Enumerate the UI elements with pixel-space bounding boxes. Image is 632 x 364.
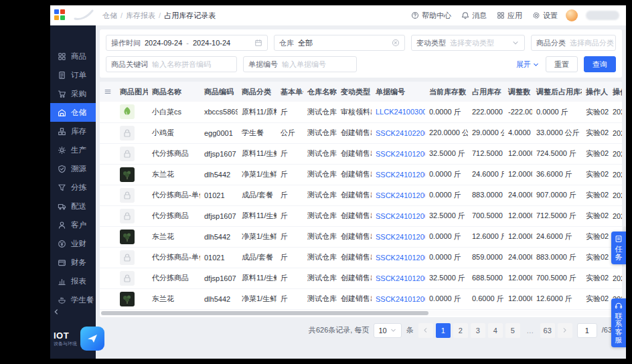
sidebar-item-sorting[interactable]: 分拣 [50,178,96,197]
cell-change-type: 创建销售出库 [337,143,372,164]
horizontal-scrollbar-thumb[interactable] [101,311,428,315]
cell-code: dlh5442 [200,226,238,247]
doc-no-link[interactable]: SSCK24101200001 [376,295,425,303]
sidebar-item-reports[interactable]: 报表 [50,272,96,290]
table-row: 小鸡蛋egg0001学生餐公斤测试仓库5创建销售出库SSCK2410220000… [100,122,622,143]
page-ellipsis: … [523,323,538,338]
sidebar-item-purchase[interactable]: 采购 [50,84,96,103]
category-select[interactable]: 商品分类 选择商品分类 [531,35,616,51]
sidebar-item-label: 订单 [71,70,86,80]
product-image[interactable] [120,104,135,119]
doc-no-link[interactable]: SSCK24101200002 [376,254,425,262]
task-float-button[interactable]: 任务 [611,232,626,264]
sidebar-item-orders[interactable]: 订单 [50,66,96,84]
sidebar-item-finance[interactable]: 财务 [50,253,96,272]
page-button-2[interactable]: 2 [453,323,468,338]
product-image[interactable] [120,188,135,203]
date-range-label: 操作时间 [111,38,141,48]
column-header-picture: 商品图片 [116,82,148,102]
column-header-category: 商品分类 [238,82,276,102]
next-page-button[interactable] [558,323,572,338]
doc-no-link[interactable]: SSCK24101200002 [376,274,425,282]
breadcrumb-item[interactable]: 库存报表 [126,11,155,21]
product-image[interactable] [120,271,135,286]
expand-toggle[interactable]: 展开 [516,60,540,70]
cell-change-type: 创建销售出库 [337,268,372,288]
sidebar-item-student-meal[interactable]: 学生餐 [50,290,96,309]
page-jump-input[interactable] [577,323,597,338]
column-header-time: 操作时间 [609,82,622,102]
iot-title: IOT [54,331,77,341]
clear-icon[interactable] [392,39,400,47]
table-card: 商品图片商品名称商品编码商品分类基本单位仓库名称变动类型单据编号当前库存数占用库… [100,82,622,317]
doc-no-link[interactable]: SSCK24101200003 [376,191,425,199]
logo-square-orange [54,15,59,20]
horizontal-scrollbar[interactable] [101,310,621,316]
search-button[interactable]: 查询 [584,56,616,72]
doc-no-input[interactable]: 单据编号 输入单据编号 [243,56,357,72]
cell-warehouse: 测试仓库5 [303,205,337,226]
apps-button[interactable]: 应用 [497,11,522,21]
sidebar-item-goods[interactable]: 商品 [50,47,96,66]
message-label: 消息 [472,11,487,21]
doc-no-link[interactable]: SSCK24102200001 [376,129,425,137]
sidebar-item-trace[interactable]: 溯源 [50,159,96,178]
page-button-4[interactable]: 4 [488,323,503,338]
page-button-5[interactable]: 5 [505,323,520,338]
sidebar-item-warehouse[interactable]: 仓储 [50,103,96,122]
sidebar-item-bizfin[interactable]: 业财 [50,234,96,253]
message-button[interactable]: 消息 [461,11,487,21]
settings-button[interactable]: 设置 [532,11,558,21]
doc-no-link[interactable]: LLCK24100300001 [376,108,425,116]
iot-logo[interactable] [80,327,104,351]
customer-service-float-button[interactable]: 联系客服 [611,298,626,347]
cell-after: 724.5000 斤 [532,143,582,164]
chevron-down-icon [390,327,397,334]
sidebar-item-inventory[interactable]: 库存 [50,122,96,141]
cell-name: 东兰花 [148,226,200,247]
help-button[interactable]: 帮助中心 [411,11,451,21]
sidebar-item-label: 采购 [71,89,86,99]
product-image[interactable] [120,230,135,244]
sidebar-collapse-icon[interactable] [52,308,60,316]
cell-adjust: 12.0000 斤 [504,164,532,185]
page-button-63[interactable]: 63 [540,323,555,338]
cell-adjust: 12.0000 斤 [504,205,532,226]
doc-no-link[interactable]: SSCK24101200003 [376,212,425,220]
doc-no-link[interactable]: SSCK24101200002 [376,233,425,241]
page-button-1[interactable]: 1 [436,323,451,338]
prev-page-button[interactable] [418,323,433,338]
page-button-3[interactable]: 3 [471,323,485,338]
keyword-input[interactable]: 商品关键词 输入名称拼音编码 [106,56,237,72]
breadcrumb-item[interactable]: 仓储 [102,11,117,21]
doc-no-link[interactable]: SSCK24101200004 [376,150,425,158]
product-image[interactable] [120,250,135,265]
sidebar-item-customers[interactable]: 客户 [50,215,96,234]
page-size-select[interactable]: 10 [374,323,401,338]
sidebar-item-delivery[interactable]: 配送 [50,197,96,215]
product-image[interactable] [120,209,135,223]
date-range-picker[interactable]: 操作时间 2024-09-24 - 2024-10-24 [106,35,268,51]
avatar[interactable] [566,9,578,21]
reset-button[interactable]: 重置 [546,56,578,72]
cell-warehouse: 测试仓库5 [303,102,337,122]
cell-time: 2024-10-1 [609,185,622,205]
settings-label: 设置 [543,11,558,21]
chevron-down-icon [511,39,520,47]
column-header-current: 当前库存数 [425,82,468,102]
cell-time: 2024-10-1 [609,143,622,164]
column-settings-icon[interactable] [104,88,112,96]
cell-after: 700.5000 斤 [532,268,582,288]
cell-change-type: 创建销售出库 [337,205,372,226]
doc-no-link[interactable]: SSCK24101200003 [376,171,425,179]
product-image[interactable] [120,167,135,182]
product-image[interactable] [120,147,135,161]
product-image[interactable] [120,292,135,306]
warehouse-select[interactable]: 仓库 全部 [274,35,405,51]
sidebar-item-production[interactable]: 生产 [50,141,96,159]
change-type-select[interactable]: 变动类型 选择变动类型 [411,35,525,51]
cell-warehouse: 测试仓库5 [303,164,337,185]
cell-change-type: 创建销售出库 [337,164,372,185]
product-image[interactable] [120,126,135,141]
sidebar-item-label: 报表 [71,276,86,286]
